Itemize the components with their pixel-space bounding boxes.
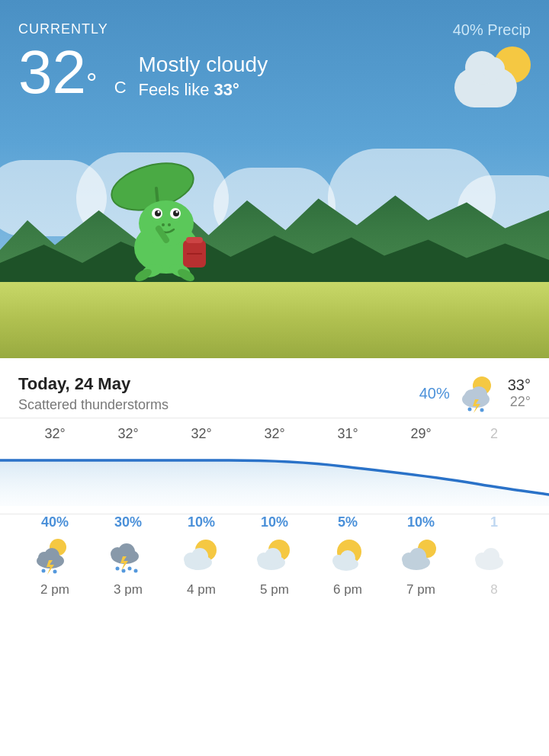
svg-point-48: [191, 548, 208, 565]
hour-time-3pm: 3 pm: [114, 582, 143, 597]
hour-icon-7pm: [400, 535, 442, 578]
hour-precip-4pm: 10%: [188, 514, 215, 530]
current-weather-right: 40% Precip: [453, 21, 531, 107]
svg-point-12: [176, 211, 178, 213]
hour-precip-2pm: 40%: [41, 514, 69, 530]
hour-precip-6pm: 5%: [338, 514, 358, 530]
hourly-row: 40% 2 pm 30%: [18, 514, 531, 597]
chart-svg: [0, 445, 549, 506]
field: [0, 282, 549, 358]
temp-label-1: 32°: [92, 426, 165, 442]
temp-label-2: 32°: [165, 426, 238, 442]
today-high: 33°: [508, 376, 531, 394]
hour-precip-8: 1: [490, 514, 498, 530]
temp-chart: 32° 32° 32° 32° 31° 29° 2: [0, 418, 549, 514]
hour-precip-5pm: 10%: [261, 514, 288, 530]
hour-time-6pm: 6 pm: [333, 582, 362, 597]
svg-point-36: [53, 570, 57, 574]
today-precip: 40%: [419, 385, 450, 402]
cloud-icon: [454, 68, 517, 107]
temp-label-5: 29°: [384, 426, 458, 442]
hour-item-5pm: 10% 5 pm: [238, 514, 311, 597]
hour-icon-4pm: [180, 535, 223, 578]
weather-top-section: CURRENTLY 32° C Mostly cloudy Feels like…: [0, 0, 549, 358]
hour-item-2pm: 40% 2 pm: [18, 514, 92, 597]
svg-point-35: [42, 569, 46, 573]
hourly-section: 40% 2 pm 30%: [0, 514, 549, 597]
hour-icon-3pm: [107, 535, 149, 578]
svg-point-63: [483, 548, 499, 565]
svg-point-26: [470, 386, 487, 403]
today-title: Today, 24 May: [18, 374, 169, 394]
feels-like-text: Feels like 33°: [139, 80, 268, 100]
today-temps: 33° 22°: [508, 376, 531, 410]
precip-label: 40% Precip: [453, 21, 531, 39]
hour-time-7pm: 7 pm: [406, 582, 435, 597]
temp-scale: C: [114, 78, 127, 97]
condition-text: Mostly cloudy: [139, 53, 268, 77]
svg-point-41: [116, 567, 120, 571]
hour-precip-3pm: 30%: [114, 514, 142, 530]
svg-point-44: [134, 569, 138, 573]
weather-bottom-section: Today, 24 May Scattered thunderstorms 40…: [0, 358, 549, 597]
svg-point-52: [265, 548, 281, 565]
svg-point-11: [158, 211, 160, 213]
hour-time-5pm: 5 pm: [260, 582, 289, 597]
hour-icon-5pm: [253, 535, 296, 578]
temp-label-4: 31°: [311, 426, 384, 442]
weather-description: Mostly cloudy Feels like 33°: [139, 42, 268, 100]
svg-point-42: [122, 569, 126, 573]
today-right: 40% 33° 22°: [419, 373, 531, 413]
svg-point-28: [467, 408, 471, 412]
today-row: Today, 24 May Scattered thunderstorms 40…: [0, 358, 549, 418]
hour-item-4pm: 10% 4 pm: [165, 514, 238, 597]
temp-label-0: 32°: [18, 426, 92, 442]
temp-degree: °: [86, 68, 97, 99]
temp-label-3: 32°: [238, 426, 311, 442]
hour-item-7pm: 10% 7 pm: [384, 514, 458, 597]
today-condition: Scattered thunderstorms: [18, 397, 169, 413]
svg-point-56: [340, 550, 355, 565]
chart-area: [0, 445, 549, 506]
today-left: Today, 24 May Scattered thunderstorms: [18, 374, 169, 413]
frog-illustration: [84, 141, 236, 293]
hour-icon-6pm: [326, 535, 369, 578]
weather-icon-top: [454, 46, 531, 107]
svg-point-60: [409, 548, 426, 565]
hour-icon-8: [473, 535, 515, 578]
feels-like-value: 33°: [214, 80, 239, 99]
today-low: 22°: [510, 394, 531, 410]
svg-rect-16: [186, 237, 203, 243]
hour-item-6pm: 5% 6 pm: [311, 514, 384, 597]
hour-item-8: 1 8: [458, 514, 531, 597]
svg-point-13: [162, 223, 165, 226]
hour-time-4pm: 4 pm: [187, 582, 216, 597]
weather-header: CURRENTLY 32° C Mostly cloudy Feels like…: [0, 0, 549, 107]
hour-precip-7pm: 10%: [407, 514, 435, 530]
currently-label: CURRENTLY: [18, 21, 268, 37]
svg-point-14: [168, 223, 171, 226]
temp-label-6: 2: [458, 426, 531, 442]
temperature-value: 32° C: [18, 42, 127, 103]
hour-time-8: 8: [490, 582, 497, 597]
hour-item-3pm: 30% 3 pm: [92, 514, 165, 597]
svg-point-43: [128, 567, 132, 571]
today-weather-icon: [459, 373, 499, 413]
svg-point-29: [480, 408, 483, 412]
hour-time-2pm: 2 pm: [40, 582, 69, 597]
temperature-row: 32° C Mostly cloudy Feels like 33°: [18, 42, 268, 103]
temp-labels: 32° 32° 32° 32° 31° 29° 2: [0, 426, 549, 442]
svg-point-39: [118, 543, 135, 560]
feels-like-label: Feels like: [139, 80, 210, 99]
hour-icon-2pm: [34, 535, 76, 578]
temp-number: 32: [18, 38, 86, 106]
current-weather-left: CURRENTLY 32° C Mostly cloudy Feels like…: [18, 21, 268, 103]
